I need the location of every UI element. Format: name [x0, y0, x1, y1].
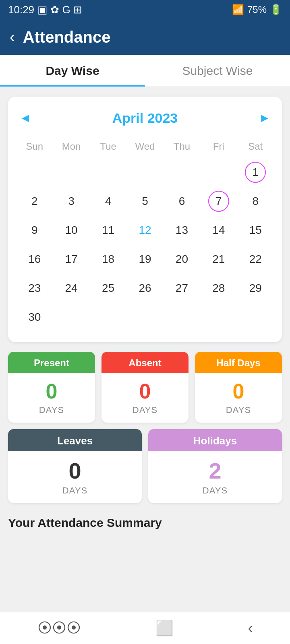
cal-cell-14[interactable]: 14 [200, 217, 237, 244]
halfdays-label: Half Days [195, 352, 282, 373]
tab-bar: Day Wise Subject Wise [0, 55, 290, 87]
present-days: DAYS [8, 405, 95, 423]
day-header-sat: Sat [237, 138, 274, 155]
day-header-sun: Sun [16, 138, 53, 155]
nav-menu-icon[interactable]: ⦿⦿⦿ [37, 620, 81, 637]
calendar-month-title: April 2023 [112, 110, 178, 126]
stat-card-holidays: Holidays 2 DAYS [148, 429, 282, 503]
absent-value: 0 [102, 373, 188, 405]
cal-cell-empty [164, 159, 200, 186]
absent-label: Absent [102, 352, 188, 373]
present-label: Present [8, 352, 95, 373]
cal-cell-20[interactable]: 20 [164, 246, 200, 273]
cal-cell-26[interactable]: 26 [126, 275, 163, 302]
cal-cell-16[interactable]: 16 [16, 246, 53, 273]
cal-cell-17[interactable]: 17 [53, 246, 89, 273]
stat-card-halfdays: Half Days 0 DAYS [195, 352, 282, 423]
stats-row-1: Present 0 DAYS Absent 0 DAYS Half Days 0… [8, 352, 282, 423]
main-content: ◄ April 2023 ► Sun Mon Tue Wed Thu Fri S… [0, 87, 290, 549]
stats-row-2: Leaves 0 DAYS Holidays 2 DAYS [8, 429, 282, 503]
cal-cell-empty [126, 303, 163, 331]
cal-cell-empty [90, 303, 126, 331]
time-display: 10:29 [8, 4, 34, 16]
cal-cell-27[interactable]: 27 [164, 275, 200, 302]
cal-cell-5[interactable]: 5 [126, 188, 163, 215]
cal-cell-7[interactable]: 7 [200, 188, 237, 215]
stat-card-present: Present 0 DAYS [8, 352, 95, 423]
stat-card-leaves: Leaves 0 DAYS [8, 429, 142, 503]
calendar-day-headers: Sun Mon Tue Wed Thu Fri Sat [16, 138, 274, 155]
battery-icon: 🔋 [270, 4, 282, 15]
cal-cell-2[interactable]: 2 [16, 188, 53, 215]
cal-cell-empty [200, 159, 237, 186]
day-header-fri: Fri [200, 138, 237, 155]
cal-cell-11[interactable]: 11 [90, 217, 126, 244]
attendance-summary-heading: Your Attendance Summary [8, 513, 282, 539]
holidays-days: DAYS [148, 485, 282, 503]
bottom-nav: ⦿⦿⦿ ⬜ ‹ [0, 612, 290, 644]
calendar-prev-button[interactable]: ◄ [16, 108, 35, 128]
back-button[interactable]: ‹ [10, 29, 15, 46]
halfdays-value: 0 [195, 373, 282, 405]
leaves-value: 0 [8, 451, 142, 485]
tab-subject-wise[interactable]: Subject Wise [145, 55, 290, 87]
calendar-next-button[interactable]: ► [255, 108, 274, 128]
nav-back-icon[interactable]: ‹ [248, 620, 253, 637]
wifi-icon: 📶 [232, 4, 244, 15]
cal-cell-30[interactable]: 30 [16, 303, 53, 331]
holidays-label: Holidays [148, 429, 282, 451]
cal-cell-empty [126, 159, 163, 186]
stat-card-absent: Absent 0 DAYS [102, 352, 188, 423]
cal-cell-6[interactable]: 6 [164, 188, 200, 215]
notification-icons: ▣ ✿ G ⊞ [37, 4, 82, 16]
cal-cell-13[interactable]: 13 [164, 217, 200, 244]
cal-cell-8[interactable]: 8 [237, 188, 274, 215]
cal-cell-9[interactable]: 9 [16, 217, 53, 244]
calendar-header: ◄ April 2023 ► [16, 108, 274, 128]
cal-cell-empty [164, 303, 200, 331]
leaves-days: DAYS [8, 485, 142, 503]
holidays-value: 2 [148, 451, 282, 485]
battery-display: 75% [247, 4, 267, 15]
calendar-grid: 1 2 3 4 5 6 7 8 9 10 11 12 13 14 15 16 1… [16, 159, 274, 331]
cal-cell-empty [237, 303, 274, 331]
cal-cell-empty [200, 303, 237, 331]
status-right: 📶 75% 🔋 [232, 4, 282, 15]
day-header-thu: Thu [164, 138, 200, 155]
cal-cell-18[interactable]: 18 [90, 246, 126, 273]
cal-cell-10[interactable]: 10 [53, 217, 89, 244]
cal-cell-19[interactable]: 19 [126, 246, 163, 273]
cal-cell-22[interactable]: 22 [237, 246, 274, 273]
present-value: 0 [8, 373, 95, 405]
app-bar: ‹ Attendance [0, 19, 290, 55]
cal-cell-4[interactable]: 4 [90, 188, 126, 215]
day-header-mon: Mon [53, 138, 89, 155]
cal-cell-empty [90, 159, 126, 186]
page-title: Attendance [23, 28, 111, 46]
tab-day-wise[interactable]: Day Wise [0, 55, 145, 87]
cal-cell-24[interactable]: 24 [53, 275, 89, 302]
cal-cell-empty [16, 159, 53, 186]
status-left: 10:29 ▣ ✿ G ⊞ [8, 4, 82, 16]
cal-cell-15[interactable]: 15 [237, 217, 274, 244]
day-header-tue: Tue [90, 138, 126, 155]
absent-days: DAYS [102, 405, 188, 423]
cal-cell-empty [53, 303, 89, 331]
cal-cell-28[interactable]: 28 [200, 275, 237, 302]
cal-cell-1[interactable]: 1 [237, 159, 274, 186]
cal-cell-23[interactable]: 23 [16, 275, 53, 302]
status-bar: 10:29 ▣ ✿ G ⊞ 📶 75% 🔋 [0, 0, 290, 19]
nav-home-icon[interactable]: ⬜ [155, 620, 174, 637]
cal-cell-empty [53, 159, 89, 186]
day-header-wed: Wed [126, 138, 163, 155]
cal-cell-21[interactable]: 21 [200, 246, 237, 273]
halfdays-days: DAYS [195, 405, 282, 423]
cal-cell-29[interactable]: 29 [237, 275, 274, 302]
cal-cell-12[interactable]: 12 [126, 217, 163, 244]
cal-cell-3[interactable]: 3 [53, 188, 89, 215]
cal-cell-25[interactable]: 25 [90, 275, 126, 302]
calendar-card: ◄ April 2023 ► Sun Mon Tue Wed Thu Fri S… [8, 97, 282, 342]
leaves-label: Leaves [8, 429, 142, 451]
